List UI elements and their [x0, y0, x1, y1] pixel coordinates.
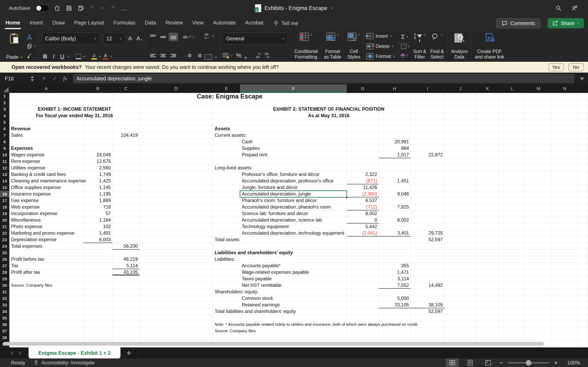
- col-header-B[interactable]: B: [83, 84, 112, 93]
- row-header-11[interactable]: 11: [0, 158, 9, 165]
- col-header-E[interactable]: E: [213, 84, 240, 93]
- row-header-3[interactable]: 3: [0, 106, 9, 113]
- save-icon[interactable]: [66, 5, 72, 11]
- zoom-slider-thumb[interactable]: [526, 360, 531, 366]
- row-header-34[interactable]: 34: [0, 308, 9, 315]
- cell-G17[interactable]: 8,537: [347, 197, 379, 204]
- row-header-28[interactable]: 28: [0, 269, 9, 276]
- cell-I10[interactable]: 22,872: [411, 152, 444, 158]
- cell-F14[interactable]: Accumulated depreciation, professor's of…: [240, 178, 347, 184]
- name-box[interactable]: F16: [0, 73, 31, 84]
- cell-A30[interactable]: Source: Company files.: [9, 282, 83, 289]
- cell-E31[interactable]: Shareholders' equity:: [213, 289, 240, 295]
- cell-G22[interactable]: (2,041): [347, 230, 379, 236]
- cell-B13[interactable]: 1,749: [83, 171, 112, 178]
- borders-button[interactable]: [76, 54, 81, 59]
- cell-B18[interactable]: 716: [83, 204, 112, 210]
- decrease-decimal-button[interactable]: .00→.0: [263, 52, 269, 59]
- row-header-5[interactable]: 5: [0, 119, 9, 125]
- formula-bar-expand-icon[interactable]: [580, 77, 584, 80]
- format-as-table-button[interactable]: ˅ Formatas Table: [323, 32, 342, 60]
- cell-A7[interactable]: Sales: [9, 132, 83, 139]
- name-box-stepper[interactable]: [31, 76, 34, 81]
- sheet-tab-active[interactable]: Enigma Escape - Exhibit 1 + 2: [29, 347, 121, 359]
- col-header-D[interactable]: D: [139, 84, 213, 93]
- confirm-entry-icon[interactable]: ✓: [52, 75, 57, 82]
- cell-H9[interactable]: 864: [379, 145, 411, 152]
- menu-tab-home[interactable]: Home: [1, 16, 25, 30]
- cell-F29[interactable]: Taxes payable: [240, 276, 347, 282]
- cell-E6[interactable]: Assets: [213, 125, 240, 132]
- cell-G15[interactable]: 11,426: [347, 184, 379, 191]
- accessibility-status[interactable]: Accessibility: Investigate: [33, 360, 95, 366]
- cell-B20[interactable]: 1,164: [83, 217, 112, 224]
- home-icon[interactable]: [54, 5, 61, 11]
- cell-H27[interactable]: 355: [379, 263, 411, 269]
- cell-C1[interactable]: Case: Enigma Escape: [112, 93, 347, 100]
- row-header-19[interactable]: 19: [0, 210, 9, 217]
- col-header-M[interactable]: M: [525, 84, 552, 93]
- cell-I23[interactable]: 52,597: [411, 236, 444, 243]
- comments-button[interactable]: Comments: [496, 18, 541, 28]
- cell-styles-button[interactable]: ˅ CellStyles: [347, 32, 361, 60]
- row-header-30[interactable]: 30: [0, 282, 9, 289]
- cell-F13[interactable]: Professor's office: furniture and décor: [240, 171, 347, 178]
- cell-A6[interactable]: Revenue: [9, 125, 83, 132]
- menu-tab-insert[interactable]: Insert: [25, 16, 48, 30]
- zoom-level[interactable]: 100%: [563, 360, 580, 366]
- cell-B16[interactable]: 1,195: [83, 191, 112, 197]
- page-layout-view-button[interactable]: [464, 359, 477, 367]
- cell-A21[interactable]: Photo expense: [9, 224, 83, 230]
- row-header-27[interactable]: 27: [0, 263, 9, 269]
- cell-I30[interactable]: 14,492: [411, 282, 444, 289]
- cell-F19[interactable]: Science lab: furniture and décor: [240, 210, 347, 217]
- sheet-area[interactable]: Case: Enigma EscapeEXHIBIT 1: INCOME STA…: [0, 93, 588, 347]
- col-header-partial[interactable]: [578, 84, 588, 93]
- row-header-1[interactable]: 1: [0, 93, 9, 100]
- col-header-J[interactable]: J: [444, 84, 476, 93]
- cell-C27[interactable]: 5,114: [112, 263, 139, 269]
- row-header-32[interactable]: 32: [0, 295, 9, 302]
- cell-E4[interactable]: As at May 31, 2016: [213, 113, 444, 119]
- row-header-22[interactable]: 22: [0, 230, 9, 236]
- cell-A22[interactable]: Marketing and promo expense: [9, 230, 83, 236]
- analyze-data-button[interactable]: AnalyzeData: [450, 32, 468, 60]
- col-header-N[interactable]: N: [552, 84, 578, 93]
- cell-G16[interactable]: (2,380): [347, 191, 379, 197]
- increase-decimal-button[interactable]: ←.0.00: [255, 52, 260, 59]
- cell-F30[interactable]: Net HST remittable: [240, 282, 347, 289]
- select-all-corner[interactable]: [0, 84, 9, 93]
- row-header-21[interactable]: 21: [0, 224, 9, 230]
- cell-G21[interactable]: 5,442: [347, 224, 379, 230]
- more-commands-icon[interactable]: …: [121, 6, 128, 10]
- cell-A13[interactable]: Banking & credit card fees: [9, 171, 83, 178]
- increase-font-button[interactable]: Aˆ: [128, 35, 134, 42]
- cell-G19[interactable]: 8,002: [347, 210, 379, 217]
- fill-button[interactable]: ↓˅: [401, 43, 410, 50]
- cell-H16[interactable]: 9,046: [379, 191, 411, 197]
- cell-C26[interactable]: 48,219: [112, 256, 139, 263]
- cell-B17[interactable]: 1,869: [83, 197, 112, 204]
- row-header-12[interactable]: 12: [0, 165, 9, 171]
- row-header-2[interactable]: 2: [0, 100, 9, 106]
- cell-A4[interactable]: For fiscal year ended May 31, 2016: [9, 113, 139, 119]
- menu-tab-acrobat[interactable]: Acrobat: [241, 16, 268, 30]
- font-size-select[interactable]: 12˅: [103, 33, 125, 44]
- align-middle-button[interactable]: [158, 33, 168, 41]
- cell-A10[interactable]: Wages expense: [9, 152, 83, 158]
- menu-tab-data[interactable]: Data: [140, 16, 161, 30]
- merge-center-button[interactable]: ↔: [205, 54, 212, 60]
- row-header-33[interactable]: 33: [0, 302, 9, 308]
- cancel-entry-icon[interactable]: ✕: [42, 75, 46, 82]
- cell-H20[interactable]: 8,002: [379, 217, 411, 224]
- sort-filter-button[interactable]: AZ˅ Sort &Filter: [412, 32, 427, 60]
- row-header-31[interactable]: 31: [0, 289, 9, 295]
- menu-tab-page-layout[interactable]: Page Layout: [69, 16, 109, 30]
- menu-tab-draw[interactable]: Draw: [48, 16, 69, 30]
- horizontal-scrollbar[interactable]: [3, 342, 544, 346]
- row-header-20[interactable]: 20: [0, 217, 9, 224]
- clear-button[interactable]: ˅: [401, 52, 410, 59]
- cell-H18[interactable]: 7,825: [379, 204, 411, 210]
- cell-E34[interactable]: Total liabilities and shareholders' equi…: [213, 308, 240, 315]
- cell-F15[interactable]: Jungle: furniture and décor: [240, 184, 347, 191]
